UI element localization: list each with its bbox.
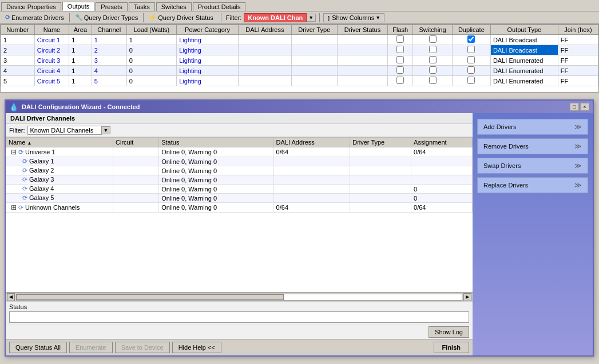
wizard-filter-label: Filter: [9, 127, 25, 134]
columns-icon: ⫿ [327, 14, 331, 21]
col-output-type: Output Type [490, 25, 558, 35]
show-log-button[interactable]: Show Log [429, 326, 469, 338]
wizard-filter-dropdown[interactable]: Known DALI Channels [27, 126, 102, 135]
table-row[interactable]: 5Circuit 5150LightingDALI EnumeratedFF [1, 76, 598, 86]
replace-drivers-button[interactable]: Replace Drivers ≫ [477, 177, 588, 193]
filter-dropdown-button[interactable]: Known DALI Chan [244, 13, 307, 22]
col-driver-status: Driver Status [337, 25, 388, 35]
outputs-table: Number Name Area Channel Load (Watts) Po… [1, 25, 598, 86]
table-row[interactable]: 2Circuit 2120LightingDALI BroadcastFF [1, 45, 598, 55]
wizard-tree-table[interactable]: Name ▲ Circuit Status DALI Address Drive… [6, 137, 473, 292]
wizard-window: 💧 DALI Configuration Wizard - Connected … [5, 99, 594, 357]
col-power-cat: Power Category [177, 25, 238, 35]
wizard-tree-row[interactable]: ⟳Galaxy 1Online 0, Warning 0 [6, 157, 473, 166]
wcol-driver-type: Driver Type [350, 138, 411, 147]
query-status-all-button[interactable]: Query Status All [9, 342, 67, 353]
wizard-close-button[interactable]: × [580, 103, 589, 111]
wizard-tree-row[interactable]: ⟳Galaxy 2Online 0, Warning 0 [6, 166, 473, 175]
wizard-filter-arrow-button[interactable]: ▼ [102, 126, 111, 134]
tab-device-properties[interactable]: Device Properties [1, 2, 61, 11]
col-switching: Switching [413, 25, 453, 35]
wizard-maximize-button[interactable]: □ [570, 103, 579, 111]
table-row[interactable]: 3Circuit 3130LightingDALI EnumeratedFF [1, 55, 598, 66]
enumerate-button[interactable]: Enumerate [69, 342, 113, 353]
query-driver-status-icon: ⚡ [149, 14, 157, 21]
col-flash: Flash [388, 25, 413, 35]
replace-drivers-expand-icon: ≫ [574, 181, 582, 189]
wizard-tree-row[interactable]: ⟳Galaxy 4Online 0, Warning 00 [6, 185, 473, 194]
table-row[interactable]: 4Circuit 4140LightingDALI EnumeratedFF [1, 66, 598, 76]
add-drivers-expand-icon: ≫ [574, 123, 582, 131]
wizard-tree-row[interactable]: ⟳Galaxy 3Online 0, Warning 0 [6, 175, 473, 185]
tab-tasks[interactable]: Tasks [129, 2, 155, 11]
col-duplicate: Duplicate [452, 25, 490, 35]
remove-drivers-button[interactable]: Remove Drivers ≫ [477, 138, 588, 154]
hscroll-left-button[interactable]: ◀ [7, 293, 15, 301]
wizard-tree-row[interactable]: ⊞⟳Unknown ChannelsOnline 0, Warning 00/6… [6, 203, 473, 213]
wizard-right-panel: Add Drivers ≫ Remove Drivers ≫ Swap Driv… [473, 113, 593, 355]
col-area: Area [69, 25, 92, 35]
wizard-section-title: DALI Driver Channels [6, 113, 473, 124]
wizard-title-icon: 💧 [9, 103, 18, 111]
status-label: Status [9, 303, 469, 310]
col-load: Load (Watts) [126, 25, 177, 35]
hscroll-right-button[interactable]: ▶ [463, 293, 471, 301]
save-to-device-button[interactable]: Save to Device [115, 342, 170, 353]
wizard-tree-row[interactable]: ⟳Galaxy 5Online 0, Warning 00 [6, 194, 473, 203]
filter-label: Filter: [226, 14, 242, 21]
show-columns-arrow-icon: ▼ [375, 15, 380, 21]
tab-presets[interactable]: Presets [96, 2, 127, 11]
hide-help-button[interactable]: Hide Help << [172, 342, 221, 353]
query-driver-types-icon: 🔧 [75, 14, 83, 21]
wizard-title-text: DALI Configuration Wizard - Connected [22, 103, 140, 110]
col-dali-addr: DALI Address [238, 25, 291, 35]
remove-drivers-expand-icon: ≫ [574, 142, 582, 150]
filter-arrow-button[interactable]: ▼ [307, 14, 316, 22]
wizard-tree-row[interactable]: ⊟⟳Universe 1Online 0, Warning 00/640/64 [6, 147, 473, 157]
tab-switches[interactable]: Switches [156, 2, 192, 11]
query-driver-status-button[interactable]: ⚡ Query Driver Status [146, 13, 216, 22]
enumerate-drivers-icon: ⟳ [5, 14, 10, 21]
tab-outputs[interactable]: Outputs [62, 2, 95, 11]
enumerate-drivers-button[interactable]: ⟳ Enumerate Drivers [2, 13, 67, 22]
col-name: Name [34, 25, 69, 35]
col-channel: Channel [92, 25, 126, 35]
col-number: Number [1, 25, 35, 35]
wizard-titlebar: 💧 DALI Configuration Wizard - Connected … [6, 101, 593, 113]
wcol-name: Name ▲ [6, 138, 113, 147]
swap-drivers-button[interactable]: Swap Drivers ≫ [477, 158, 588, 174]
table-row[interactable]: 1Circuit 1111LightingDALI BroadcastFF [1, 35, 598, 45]
wcol-circuit: Circuit [113, 138, 159, 147]
wcol-status: Status [159, 138, 273, 147]
finish-button[interactable]: Finish [434, 342, 469, 353]
add-drivers-button[interactable]: Add Drivers ≫ [477, 119, 588, 135]
col-join: Join (hex) [558, 25, 598, 35]
swap-drivers-expand-icon: ≫ [574, 162, 582, 170]
tab-product-details[interactable]: Product Details [193, 2, 246, 11]
query-driver-types-button[interactable]: 🔧 Query Driver Types [72, 13, 141, 22]
wcol-assignment: Assignment [411, 138, 473, 147]
wcol-dali-addr: DALI Address [273, 138, 350, 147]
show-columns-button[interactable]: ⫿ Show Columns ▼ [323, 13, 384, 22]
status-input[interactable] [9, 311, 469, 323]
col-driver-type: Driver Type [292, 25, 338, 35]
